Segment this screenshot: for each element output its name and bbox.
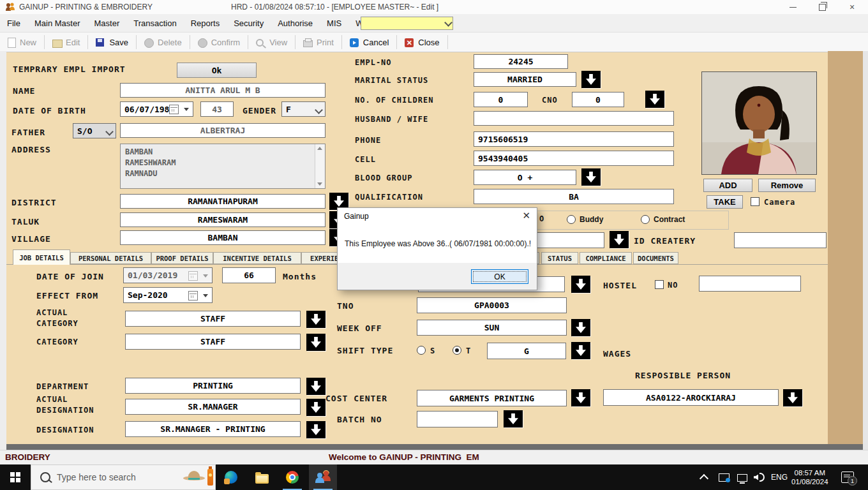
taskbar-chrome[interactable] (278, 464, 306, 490)
tray-notifications[interactable]: 1 (841, 464, 854, 490)
children-lookup-button[interactable] (645, 91, 664, 108)
direct-lookup-button[interactable] (610, 231, 629, 248)
children-field[interactable]: 0 (474, 92, 528, 107)
batch-no-lookup-button[interactable] (504, 410, 523, 427)
close-window-button[interactable]: × (839, 0, 865, 14)
taskbar-edge[interactable] (217, 464, 245, 490)
confirm-button[interactable]: Confirm (191, 34, 247, 50)
shift-s-radio[interactable] (417, 346, 426, 355)
scroll-up-icon[interactable] (317, 147, 322, 150)
blood-field[interactable]: O + (474, 170, 576, 185)
tab-proof-details[interactable]: PROOF DETAILS (151, 252, 213, 264)
new-button[interactable]: New (0, 34, 43, 50)
tray-volume[interactable] (754, 464, 765, 490)
view-button[interactable]: View (250, 34, 294, 50)
batch-no-field[interactable] (417, 411, 498, 427)
address-scrollbar[interactable] (315, 144, 325, 188)
father-prefix-combo[interactable]: S/O (73, 123, 116, 138)
chevron-down-icon[interactable] (184, 108, 189, 111)
weekoff-lookup-button[interactable] (571, 319, 590, 336)
gender-combo[interactable]: F (281, 101, 326, 117)
tab-documents[interactable]: DOCUMENTS (633, 252, 678, 264)
menu-security[interactable]: Security (227, 14, 271, 32)
phone-field[interactable]: 9715606519 (474, 131, 674, 147)
shift-lookup-button[interactable] (571, 342, 590, 359)
edit-button[interactable]: Edit (46, 34, 86, 50)
cost-center-field[interactable]: GARMENTS PRINTING (417, 390, 567, 406)
qualification-field[interactable]: BA (474, 189, 674, 204)
age-field[interactable]: 43 (200, 101, 234, 117)
tray-language[interactable]: ENG (771, 464, 788, 490)
spouse-field[interactable] (474, 111, 674, 126)
menu-master[interactable]: Master (87, 14, 126, 32)
tray-cast[interactable] (719, 464, 730, 490)
close-button[interactable]: ✕Close (398, 34, 445, 50)
menu-main-master[interactable]: Main Master (27, 14, 87, 32)
months-field[interactable]: 66 (222, 267, 276, 283)
tno-field[interactable]: GPA0003 (417, 297, 567, 313)
tab-personal-details[interactable]: PERSONAL DETAILS (70, 252, 151, 264)
menu-transaction[interactable]: Transaction (126, 14, 183, 32)
menu-reports[interactable]: Reports (184, 14, 227, 32)
print-button[interactable]: Print (297, 34, 340, 50)
buddy-radio[interactable] (567, 215, 576, 224)
actual-category-field[interactable]: STAFF (125, 311, 301, 327)
menu-mis[interactable]: MIS (320, 14, 348, 32)
save-button[interactable]: Save (89, 34, 135, 50)
marital-field[interactable]: MARRIED (474, 72, 576, 87)
department-field[interactable]: PRINTING (125, 378, 301, 394)
dialog-close-icon[interactable]: ✕ (522, 210, 530, 221)
menu-file[interactable]: File (0, 14, 27, 32)
blood-lookup-button[interactable] (581, 168, 601, 186)
responsible-person-field[interactable]: ASA0122-AROCKIARAJ (603, 389, 779, 406)
emplno-field[interactable]: 24245 (474, 54, 568, 69)
cost-center-lookup-button[interactable] (571, 389, 590, 406)
cno-field[interactable]: 0 (572, 92, 624, 107)
actual-designation-lookup-button[interactable] (306, 399, 326, 416)
hostel-checkbox[interactable] (655, 280, 664, 289)
tray-chevron[interactable] (701, 464, 707, 490)
photo-remove-button[interactable]: Remove (758, 179, 816, 192)
tab-job-details[interactable]: JOB DETAILS (13, 249, 70, 265)
tray-clock[interactable]: 08:57 AM 01/08/2024 (791, 464, 828, 490)
taskbar-gainup-app[interactable] (309, 464, 337, 490)
weekoff-field[interactable]: SUN (417, 320, 567, 336)
tab-incentive-details[interactable]: INCENTIVE DETAILS (213, 252, 301, 264)
restore-button[interactable] (809, 0, 835, 14)
effect-from-field[interactable]: Sep-2020 (123, 287, 213, 303)
village-field[interactable]: BAMBAN (120, 230, 326, 245)
shift-field[interactable]: G (487, 343, 566, 359)
dob-field[interactable]: 06/07/1981 (120, 101, 193, 117)
cancel-button[interactable]: Cancel (343, 34, 395, 50)
address-field[interactable]: BAMBAN RAMESHWARAM RAMNADU (120, 144, 326, 189)
contract-radio[interactable] (641, 215, 650, 224)
photo-take-button[interactable]: TAKE (707, 195, 743, 209)
minimize-button[interactable] (780, 0, 805, 14)
name-field[interactable]: ANITTA ARUL M B (120, 83, 326, 98)
chevron-down-icon[interactable] (203, 294, 208, 297)
father-name-field[interactable]: ALBERTRAJ (120, 123, 326, 138)
unit-lookup-button[interactable] (571, 276, 590, 293)
tray-network[interactable] (737, 464, 747, 490)
doj-field[interactable]: 01/03/2019 (123, 267, 213, 283)
category-lookup-button[interactable] (306, 334, 326, 351)
id-createry-field[interactable] (734, 232, 827, 248)
department-lookup-button[interactable] (306, 378, 326, 395)
shift-t-radio[interactable] (453, 346, 461, 355)
taluk-field[interactable]: RAMESWARAM (120, 212, 326, 227)
responsible-person-lookup-button[interactable] (783, 389, 802, 406)
designation-field[interactable]: SR.MANAGER - PRINTING (125, 421, 301, 437)
menu-authorise[interactable]: Authorise (271, 14, 320, 32)
delete-button[interactable]: Delete (138, 34, 188, 50)
scroll-down-icon[interactable] (317, 182, 322, 186)
district-field[interactable]: RAMANATHAPURAM (120, 194, 326, 209)
tab-compliance[interactable]: COMPLIANCE (580, 252, 632, 264)
category-field[interactable]: STAFF (125, 334, 301, 350)
hostel-extra-field[interactable] (699, 276, 801, 292)
cell-field[interactable]: 9543940405 (474, 151, 674, 166)
quick-search-combo[interactable] (361, 17, 453, 30)
marital-lookup-button[interactable] (581, 71, 601, 88)
photo-add-button[interactable]: ADD (703, 179, 752, 192)
taskbar-search[interactable]: Type here to search (31, 464, 216, 490)
tab-status[interactable]: STATUS (541, 252, 578, 264)
